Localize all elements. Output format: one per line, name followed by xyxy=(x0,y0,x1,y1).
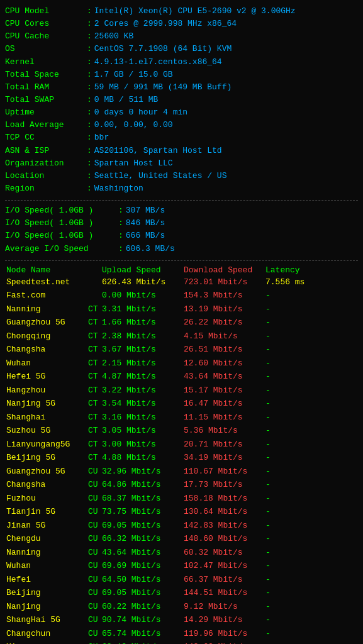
cell-node: Xi an xyxy=(5,640,87,644)
cell-isp: CT xyxy=(87,397,101,411)
region-row: Region : Washington xyxy=(5,182,358,195)
cell-upload: 2.15 Mbit/s xyxy=(101,357,182,370)
cell-node: Fast.com xyxy=(5,289,87,303)
io-section: I/O Speed( 1.0GB ) : 307 MB/s I/O Speed(… xyxy=(5,204,358,255)
cell-node: Beijing xyxy=(5,586,87,600)
cell-download: 11.15 Mbit/s xyxy=(182,411,264,425)
cell-latency: - xyxy=(264,505,358,519)
cell-latency: - xyxy=(264,397,358,411)
asn-isp-label: ASN & ISP xyxy=(5,145,87,157)
cell-isp: CU xyxy=(87,600,101,614)
cell-node: Nanjing xyxy=(5,600,87,614)
cell-node: Changsha xyxy=(5,478,87,492)
io-avg-row: Average I/O Speed : 606.3 MB/s xyxy=(5,243,358,255)
cell-node: Hefei xyxy=(5,573,87,587)
cell-download: 723.01 Mbit/s xyxy=(182,275,264,289)
cell-download: 15.17 Mbit/s xyxy=(182,384,264,397)
cell-upload: 68.13 Mbit/s xyxy=(101,640,182,644)
load-average-value: 0.00, 0.00, 0.00 xyxy=(94,119,173,131)
cell-node: Chongqing xyxy=(5,330,87,343)
cell-download: 43.64 Mbit/s xyxy=(182,370,264,384)
cell-isp: CU xyxy=(87,505,101,519)
total-swap-value: 0 MB / 511 MB xyxy=(94,94,158,106)
divider-1 xyxy=(5,200,358,201)
tcp-cc-row: TCP CC : bbr xyxy=(5,131,358,144)
kernel-value: 4.9.13-1.el7.centos.x86_64 xyxy=(94,56,222,69)
cell-upload: 3.00 Mbit/s xyxy=(101,438,182,452)
speed-table: Node Name Upload Speed Download Speed La… xyxy=(5,265,358,644)
cell-node: Jinan 5G xyxy=(5,519,87,533)
total-ram-row: Total RAM : 59 MB / 991 MB (149 MB Buff) xyxy=(5,81,358,94)
cell-upload: 3.54 Mbit/s xyxy=(101,397,182,411)
table-row: Beijing 5GCT4.88 Mbit/s34.19 Mbit/s- xyxy=(5,451,358,465)
cpu-cores-row: CPU Cores : 2 Cores @ 2999.998 MHz x86_6… xyxy=(5,18,358,30)
cell-latency: - xyxy=(264,613,358,627)
cell-latency: - xyxy=(264,546,358,560)
total-space-value: 1.7 GB / 15.0 GB xyxy=(94,69,173,81)
table-row: ShanghaiCT3.16 Mbit/s11.15 Mbit/s- xyxy=(5,411,358,425)
cell-node: Shanghai xyxy=(5,411,87,425)
location-value: Seattle, United States / US xyxy=(94,170,227,182)
io1-label: I/O Speed( 1.0GB ) xyxy=(5,204,118,217)
cell-upload: 90.74 Mbit/s xyxy=(101,613,182,627)
location-label: Location xyxy=(5,170,87,182)
cell-latency: - xyxy=(264,519,358,533)
cell-latency: 7.556 ms xyxy=(264,275,358,289)
tcp-cc-label: TCP CC xyxy=(5,131,87,144)
cell-upload: 64.50 Mbit/s xyxy=(101,573,182,587)
io1-row: I/O Speed( 1.0GB ) : 307 MB/s xyxy=(5,204,358,217)
cell-download: 66.37 Mbit/s xyxy=(182,573,264,587)
cpu-cache-label: CPU Cache xyxy=(5,30,87,43)
cell-isp: CT xyxy=(87,384,101,397)
cell-latency: - xyxy=(264,289,358,303)
cell-isp: CU xyxy=(87,478,101,492)
cpu-cores-value: 2 Cores @ 2999.998 MHz x86_64 xyxy=(94,18,237,30)
cell-node: Nanning xyxy=(5,546,87,560)
table-row: ChangshaCT3.67 Mbit/s26.51 Mbit/s- xyxy=(5,343,358,357)
th-isp xyxy=(87,265,101,275)
location-row: Location : Seattle, United States / US xyxy=(5,170,358,182)
cell-isp: CT xyxy=(87,303,101,316)
cell-isp: CU xyxy=(87,640,101,644)
table-row: ChengduCU66.32 Mbit/s148.60 Mbit/s- xyxy=(5,532,358,546)
table-row: Lianyungang5GCT3.00 Mbit/s20.71 Mbit/s- xyxy=(5,438,358,452)
table-row: WuhanCU69.69 Mbit/s102.47 Mbit/s- xyxy=(5,559,358,573)
cell-node: Chengdu xyxy=(5,532,87,546)
cell-upload: 73.75 Mbit/s xyxy=(101,505,182,519)
cell-download: 20.71 Mbit/s xyxy=(182,438,264,452)
cell-upload: 3.31 Mbit/s xyxy=(101,303,182,316)
cell-isp: CU xyxy=(87,613,101,627)
organization-row: Organization : Spartan Host LLC xyxy=(5,157,358,170)
uptime-row: Uptime : 0 days 0 hour 4 min xyxy=(5,106,358,119)
cell-upload: 1.66 Mbit/s xyxy=(101,316,182,330)
th-upload: Upload Speed xyxy=(101,265,182,275)
uptime-value: 0 days 0 hour 4 min xyxy=(94,106,187,119)
cell-node: Fuzhou xyxy=(5,492,87,506)
io-avg-label: Average I/O Speed xyxy=(5,243,118,255)
cell-isp xyxy=(87,275,101,289)
cell-isp: CT xyxy=(87,451,101,465)
table-row: Hefei 5GCT4.87 Mbit/s43.64 Mbit/s- xyxy=(5,370,358,384)
cpu-cache-row: CPU Cache : 25600 KB xyxy=(5,30,358,43)
io2-row: I/O Speed( 1.0GB ) : 846 MB/s xyxy=(5,217,358,230)
cpu-model-value: Intel(R) Xeon(R) CPU E5-2690 v2 @ 3.00GH… xyxy=(94,5,296,18)
cell-node: Speedtest.net xyxy=(5,275,87,289)
cell-node: Nanning xyxy=(5,303,87,316)
cell-latency: - xyxy=(264,370,358,384)
cell-node: Tianjin 5G xyxy=(5,505,87,519)
cell-download: 144.51 Mbit/s xyxy=(182,586,264,600)
cell-download: 26.51 Mbit/s xyxy=(182,343,264,357)
table-row: HangzhouCT3.22 Mbit/s15.17 Mbit/s- xyxy=(5,384,358,397)
os-label: OS xyxy=(5,43,87,55)
cell-download: 110.67 Mbit/s xyxy=(182,465,264,479)
th-latency: Latency xyxy=(264,265,358,275)
cell-latency: - xyxy=(264,640,358,644)
cell-latency: - xyxy=(264,330,358,343)
cpu-cores-label: CPU Cores xyxy=(5,18,87,30)
table-row: NanningCU43.64 Mbit/s60.32 Mbit/s- xyxy=(5,546,358,560)
cell-isp: CU xyxy=(87,492,101,506)
tcp-cc-value: bbr xyxy=(94,131,109,144)
cell-isp: CT xyxy=(87,438,101,452)
cell-download: 16.47 Mbit/s xyxy=(182,397,264,411)
cpu-model-label: CPU Model xyxy=(5,5,87,18)
